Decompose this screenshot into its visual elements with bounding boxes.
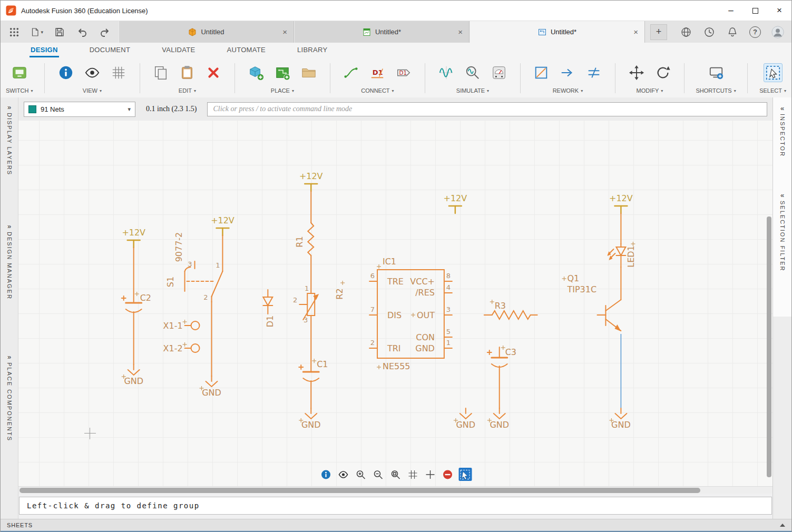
vcc-symbol[interactable]: +12V	[211, 215, 234, 235]
origin-button[interactable]	[424, 468, 437, 481]
save-button[interactable]	[53, 26, 66, 38]
tab-close-icon[interactable]: ×	[633, 27, 638, 36]
web-button[interactable]	[680, 26, 692, 38]
component-led1[interactable]: LED1	[607, 242, 636, 268]
stop-command-button[interactable]	[441, 468, 454, 481]
copy-button[interactable]	[151, 63, 170, 82]
gnd-symbol[interactable]: GND	[122, 364, 143, 386]
rework-skew-button[interactable]	[584, 63, 603, 82]
notifications-button[interactable]	[726, 26, 739, 38]
zoom-fit-button[interactable]	[389, 468, 402, 481]
gnd-symbol[interactable]: GND	[299, 408, 320, 430]
gnd-symbol[interactable]: GND	[609, 408, 630, 430]
shortcuts-group-label[interactable]: SHORTCUTS▾	[696, 86, 736, 97]
panel-place-components[interactable]: PLACE COMPONENTS	[6, 362, 13, 441]
component-r2[interactable]: 1 2 3 R2	[293, 281, 345, 324]
simulate-probe-button[interactable]	[463, 63, 482, 82]
menu-validate[interactable]: VALIDATE	[161, 44, 196, 57]
place-components-expand-icon[interactable]: »	[7, 350, 11, 362]
shortcuts-button[interactable]	[707, 63, 726, 82]
simulate-group-label[interactable]: SIMULATE▾	[456, 86, 489, 97]
place-group-label[interactable]: PLACE▾	[271, 86, 294, 97]
horizontal-scrollbar[interactable]	[18, 486, 773, 494]
net-tool-button[interactable]	[341, 63, 360, 82]
gnd-symbol[interactable]: GND	[200, 376, 221, 398]
edit-group-label[interactable]: EDIT▾	[179, 86, 196, 97]
vcc-symbol[interactable]: +12V	[122, 228, 145, 248]
selection-filter-collapse-icon[interactable]: «	[780, 189, 784, 201]
view-group-label[interactable]: VIEW▾	[83, 86, 102, 97]
horizontal-scrollbar-thumb[interactable]	[19, 488, 700, 493]
place-component-button[interactable]	[247, 63, 266, 82]
menu-document[interactable]: DOCUMENT	[89, 44, 132, 57]
tab-untitled-3-active[interactable]: Untitled* ×	[470, 21, 645, 43]
panel-inspector[interactable]: INSPECTOR	[779, 114, 786, 157]
design-manager-expand-icon[interactable]: »	[7, 220, 11, 232]
select-group-label[interactable]: SELECT▾	[759, 86, 786, 97]
place-board-button[interactable]	[273, 63, 292, 82]
job-status-button[interactable]	[703, 26, 716, 38]
maximize-button[interactable]	[743, 1, 767, 21]
panel-display-layers[interactable]: DISPLAY LAYERS	[6, 113, 13, 175]
name-tool-button[interactable]: D1	[368, 63, 387, 82]
label-tool-button[interactable]: D1	[394, 63, 413, 82]
component-c1[interactable]: C1	[299, 359, 328, 381]
select-tool-button[interactable]	[764, 63, 783, 82]
eye-button[interactable]	[83, 63, 102, 82]
rework-group-label[interactable]: REWORK▾	[553, 86, 583, 97]
schematic-canvas[interactable]: +12V +12V +12V +12V +12V	[18, 121, 773, 486]
grid-settings-button[interactable]	[109, 63, 128, 82]
tab-close-icon[interactable]: ×	[458, 27, 463, 36]
tab-untitled-1[interactable]: Untitled ×	[119, 21, 294, 43]
component-x1-1[interactable]: X1-1	[163, 320, 200, 331]
inspector-collapse-icon[interactable]: «	[780, 102, 784, 114]
canvas-eye-button[interactable]	[337, 468, 350, 481]
info-button[interactable]	[56, 63, 75, 82]
component-ic1[interactable]: 6 7 2 8 4 3 5 1 TRE VCC+ /RES DIS OUT CO…	[369, 257, 452, 371]
app-grid-button[interactable]	[8, 26, 21, 38]
gnd-symbol[interactable]: GND	[487, 408, 509, 430]
connect-group-label[interactable]: CONNECT▾	[361, 86, 394, 97]
gnd-symbol[interactable]: GND	[454, 408, 475, 430]
minimize-button[interactable]: –	[719, 1, 743, 21]
select-mode-button[interactable]	[458, 468, 472, 481]
canvas-grid-button[interactable]	[406, 468, 419, 481]
component-q1[interactable]: Q1 TIP31C	[562, 267, 621, 331]
rework-change-button[interactable]	[532, 63, 551, 82]
vcc-symbol[interactable]: +12V	[444, 193, 467, 213]
component-d1[interactable]: D1	[263, 290, 275, 327]
component-r3[interactable]: R3	[484, 300, 537, 319]
close-button[interactable]: ×	[767, 1, 791, 21]
sheets-expand-icon[interactable]	[780, 524, 785, 527]
rework-route-button[interactable]	[558, 63, 577, 82]
vcc-symbol[interactable]: +12V	[609, 193, 633, 213]
vcc-symbol[interactable]: +12V	[299, 171, 323, 191]
tab-close-icon[interactable]: ×	[282, 27, 287, 36]
simulate-meter-button[interactable]	[490, 63, 509, 82]
help-button[interactable]: ?	[749, 26, 761, 38]
delete-button[interactable]	[204, 63, 223, 82]
menu-design[interactable]: DESIGN	[30, 44, 59, 57]
rotate-button[interactable]	[653, 63, 672, 82]
place-library-button[interactable]	[299, 63, 318, 82]
new-tab-button[interactable]: +	[650, 24, 667, 40]
zoom-out-button[interactable]	[371, 468, 385, 481]
switch-tool-button[interactable]	[10, 63, 29, 82]
canvas-info-button[interactable]	[319, 468, 333, 481]
zoom-in-button[interactable]	[354, 468, 367, 481]
component-x1-2[interactable]: X1-2	[163, 342, 200, 353]
menu-library[interactable]: LIBRARY	[296, 44, 329, 57]
undo-button[interactable]	[76, 26, 89, 38]
display-layers-expand-icon[interactable]: »	[7, 101, 11, 113]
menu-automate[interactable]: AUTOMATE	[226, 44, 267, 57]
panel-design-manager[interactable]: DESIGN MANAGER	[6, 232, 13, 300]
redo-button[interactable]	[99, 26, 111, 38]
modify-group-label[interactable]: MODIFY▾	[637, 86, 663, 97]
switch-group-label[interactable]: SWITCH▾	[6, 86, 33, 97]
panel-selection-filter[interactable]: SELECTION FILTER	[779, 201, 786, 271]
component-s1[interactable]: S1 9077-2 3 1 2	[165, 232, 223, 302]
component-r1[interactable]: R1	[295, 223, 314, 255]
simulate-source-button[interactable]	[437, 63, 456, 82]
component-c3[interactable]: C3	[487, 346, 516, 367]
tab-untitled-2[interactable]: Untitled* ×	[294, 21, 470, 43]
